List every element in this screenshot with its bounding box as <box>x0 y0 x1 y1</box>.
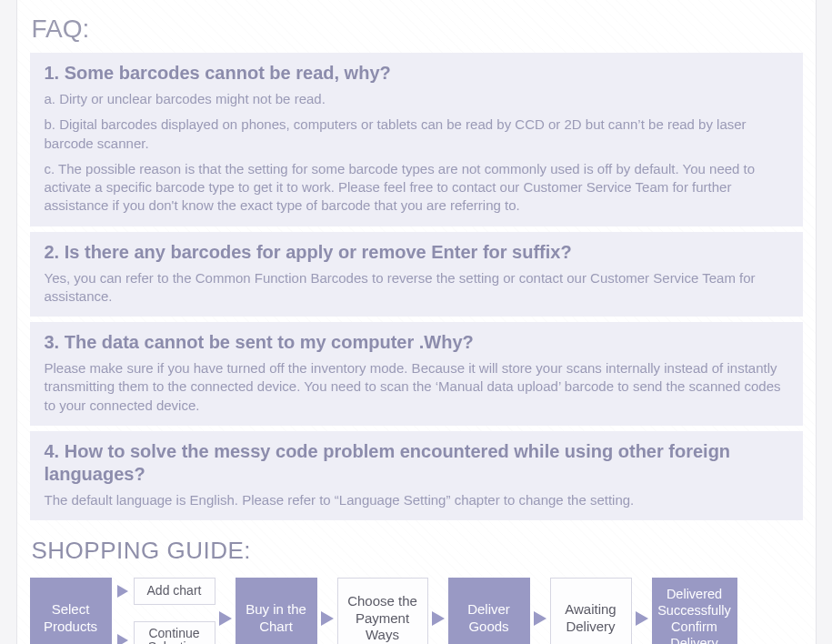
faq-item-4: 4. How to solve the messy code problem e… <box>30 431 803 520</box>
arrow-right-icon <box>117 585 128 598</box>
faq-item-3: 3. The data cannot be sent to my compute… <box>30 322 803 426</box>
faq-heading: FAQ: <box>32 15 803 44</box>
faq-answer-line: b. Digital barcodes displayed on phones,… <box>45 116 788 153</box>
faq-question: 2. Is there any barcodes for apply or re… <box>45 241 788 264</box>
faq-item-1: 1. Some barcodes cannot be read, why? a.… <box>30 53 803 226</box>
arrow-right-icon <box>117 634 128 644</box>
arrow-right-icon <box>219 611 232 626</box>
faq-question: 4. How to solve the messy code problem e… <box>45 440 788 486</box>
step-add-chart: Add chart <box>134 578 216 605</box>
faq-answer-line: a. Dirty or unclear barcodes might not b… <box>45 90 788 108</box>
shopping-guide-heading: SHOPPING GUIDE: <box>32 537 803 565</box>
faq-answer-line: Please make sure if you have turned off … <box>45 359 788 415</box>
step-select-products: Select Products <box>30 578 112 644</box>
faq-answer-line: Yes, you can refer to the Common Functio… <box>45 269 788 307</box>
arrow-right-icon <box>534 611 546 626</box>
faq-item-2: 2. Is there any barcodes for apply or re… <box>30 232 803 317</box>
step-continue-selecting: Continue Selecting <box>134 621 216 644</box>
faq-question: 3. The data cannot be sent to my compute… <box>45 331 788 354</box>
faq-answer-line: c. The possible reason is that the setti… <box>45 160 788 216</box>
shopping-flow: Select Products Add chart Continue Selec… <box>30 578 803 644</box>
faq-question: 1. Some barcodes cannot be read, why? <box>45 62 788 85</box>
step-deliver-goods: Deliver Goods <box>448 578 530 644</box>
step-awaiting-delivery: Awaiting Delivery <box>550 578 632 644</box>
step-buy-in-chart: Buy in the Chart <box>236 578 317 644</box>
page-container: FAQ: 1. Some barcodes cannot be read, wh… <box>16 0 817 644</box>
arrow-right-icon <box>321 611 334 626</box>
arrow-right-icon <box>636 611 648 626</box>
arrow-right-icon <box>432 611 445 626</box>
step-choose-payment: Choose the Payment Ways <box>337 578 428 644</box>
faq-answer-line: The default language is English. Please … <box>45 491 788 509</box>
step-branch: Add chart Continue Selecting <box>112 578 216 644</box>
step-delivered-confirm: Delivered Successfully Confirm Delivery <box>652 578 737 644</box>
